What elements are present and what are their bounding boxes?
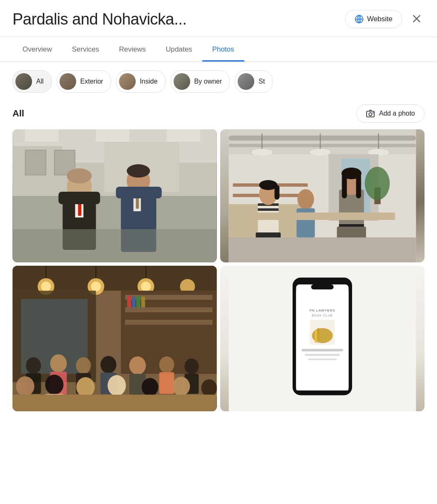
photo-4-image: PN LAWYERS BOOK CLUB: [220, 266, 425, 411]
svg-rect-67: [250, 212, 395, 220]
svg-rect-123: [311, 284, 334, 289]
header: Pardalis and Nohavicka... Website: [0, 0, 437, 37]
chip-thumb-by-owner: [174, 73, 190, 90]
svg-rect-36: [229, 144, 416, 147]
chip-street-view-label: St: [258, 78, 265, 85]
photo-2-image: [220, 129, 425, 262]
svg-point-107: [45, 375, 64, 395]
filter-chips-row: All Exterior Inside By owner St: [0, 62, 437, 97]
photo-grid: PN LAWYERS BOOK CLUB: [0, 129, 437, 424]
add-photo-button[interactable]: Add a photo: [356, 104, 425, 123]
photo-3-image: [12, 266, 217, 411]
svg-rect-84: [125, 320, 213, 325]
globe-icon: [355, 15, 364, 24]
section-header: All Add a photo: [0, 97, 437, 129]
close-button[interactable]: [409, 11, 425, 28]
svg-text:PN LAWYERS: PN LAWYERS: [309, 309, 335, 312]
svg-rect-127: [318, 328, 320, 341]
svg-rect-83: [125, 307, 213, 312]
filter-chip-inside[interactable]: Inside: [116, 70, 166, 93]
svg-point-72: [41, 282, 51, 292]
svg-rect-65: [342, 173, 347, 198]
svg-rect-32: [13, 229, 217, 262]
filter-chip-street-view[interactable]: St: [235, 70, 273, 93]
tab-photos[interactable]: Photos: [202, 37, 244, 62]
svg-point-101: [159, 356, 174, 373]
add-photo-icon: [366, 109, 375, 118]
tabs-nav: Overview Services Reviews Updates Photos: [0, 37, 437, 62]
tab-services[interactable]: Services: [62, 37, 109, 62]
svg-rect-18: [25, 150, 46, 175]
photo-3[interactable]: [12, 266, 217, 411]
website-label: Website: [367, 15, 392, 23]
svg-point-111: [108, 375, 126, 396]
svg-rect-31: [116, 187, 162, 198]
tab-reviews[interactable]: Reviews: [109, 37, 156, 62]
svg-rect-129: [302, 349, 343, 351]
svg-rect-13: [25, 129, 59, 142]
svg-text:BOOK CLUB: BOOK CLUB: [312, 314, 333, 317]
svg-rect-88: [142, 296, 145, 307]
svg-rect-128: [315, 330, 317, 343]
svg-point-7: [369, 113, 372, 116]
svg-rect-14: [96, 129, 129, 142]
photo-1-image: [12, 129, 217, 262]
chip-thumb-inside: [119, 73, 136, 90]
chip-thumb-street-view: [238, 73, 254, 90]
svg-point-74: [91, 282, 101, 292]
svg-point-93: [50, 354, 67, 373]
add-photo-label: Add a photo: [379, 110, 415, 117]
svg-rect-131: [308, 358, 337, 360]
svg-rect-66: [356, 173, 361, 198]
section-title: All: [12, 108, 24, 119]
svg-point-91: [26, 357, 41, 374]
chip-by-owner-label: By owner: [194, 78, 222, 85]
website-button[interactable]: Website: [345, 10, 402, 28]
svg-point-97: [101, 356, 117, 373]
svg-point-30: [127, 164, 150, 178]
svg-rect-130: [305, 354, 340, 356]
svg-rect-52: [258, 208, 279, 211]
tab-updates[interactable]: Updates: [156, 37, 202, 62]
chip-thumb-all: [15, 73, 32, 90]
svg-point-95: [76, 357, 91, 374]
filter-chip-by-owner[interactable]: By owner: [171, 70, 230, 93]
svg-point-37: [252, 149, 273, 156]
photo-4[interactable]: PN LAWYERS BOOK CLUB: [220, 266, 425, 411]
chip-inside-label: Inside: [140, 78, 158, 85]
svg-point-113: [142, 378, 159, 396]
photo-2[interactable]: [220, 129, 425, 262]
svg-point-109: [77, 377, 95, 397]
svg-point-99: [129, 356, 146, 375]
chip-all-label: All: [36, 78, 44, 85]
svg-point-39: [310, 149, 331, 156]
chip-thumb-exterior: [60, 73, 76, 90]
svg-rect-86: [132, 297, 136, 307]
svg-point-105: [16, 376, 35, 396]
svg-rect-119: [13, 395, 217, 411]
filter-chip-exterior[interactable]: Exterior: [57, 70, 111, 93]
svg-point-117: [201, 379, 217, 397]
svg-point-115: [173, 377, 190, 396]
filter-chip-all[interactable]: All: [12, 70, 52, 93]
chip-exterior-label: Exterior: [80, 78, 103, 85]
svg-point-46: [365, 167, 390, 200]
svg-point-58: [298, 189, 314, 209]
svg-point-76: [141, 282, 151, 292]
svg-rect-68: [229, 237, 416, 262]
svg-rect-102: [159, 372, 174, 394]
svg-rect-87: [137, 296, 141, 307]
photo-1[interactable]: [12, 129, 217, 262]
svg-rect-57: [275, 185, 280, 200]
svg-rect-35: [229, 136, 416, 141]
tab-overview[interactable]: Overview: [12, 37, 62, 62]
svg-rect-25: [59, 192, 100, 204]
svg-rect-85: [127, 296, 132, 307]
close-icon: [411, 13, 422, 24]
page-title: Pardalis and Nohavicka...: [12, 10, 186, 28]
header-actions: Website: [345, 10, 425, 28]
svg-point-103: [185, 358, 199, 374]
svg-point-24: [67, 168, 92, 183]
svg-rect-15: [167, 129, 200, 142]
